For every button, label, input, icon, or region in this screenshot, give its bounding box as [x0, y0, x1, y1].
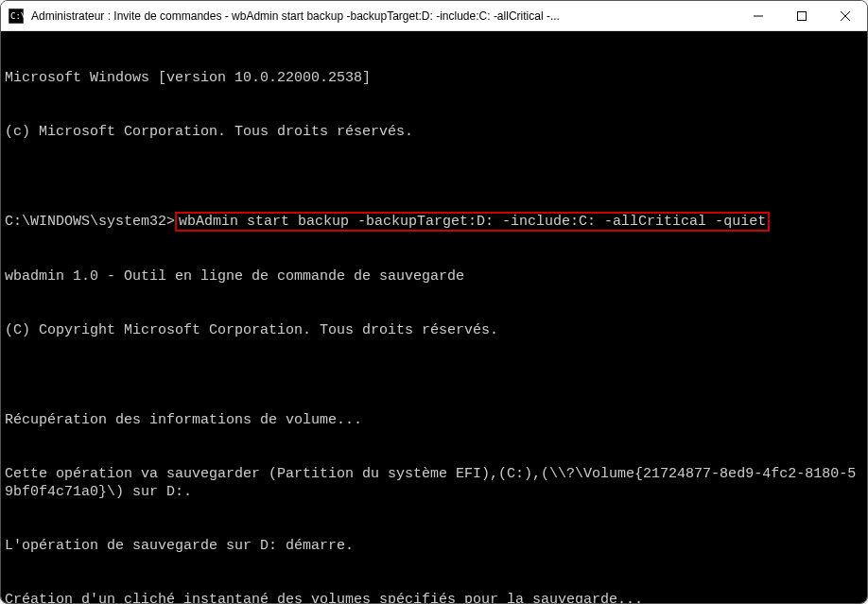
window-title: Administrateur : Invite de commandes - w… — [31, 9, 737, 23]
svg-text:C:\: C:\ — [10, 11, 24, 21]
maximize-button[interactable] — [780, 1, 824, 30]
terminal-line: (c) Microsoft Corporation. Tous droits r… — [5, 123, 863, 141]
close-button[interactable] — [824, 1, 867, 30]
command-prompt-window: C:\ Administrateur : Invite de commandes… — [0, 0, 868, 604]
terminal-line: Microsoft Windows [version 10.0.22000.25… — [5, 69, 863, 87]
terminal-output[interactable]: Microsoft Windows [version 10.0.22000.25… — [1, 31, 867, 603]
minimize-button[interactable] — [737, 1, 780, 30]
titlebar[interactable]: C:\ Administrateur : Invite de commandes… — [1, 1, 867, 31]
svg-rect-3 — [798, 11, 807, 20]
terminal-line: Cette opération va sauvegarder (Partitio… — [5, 465, 863, 501]
terminal-line: L'opération de sauvegarde sur D: démarre… — [5, 537, 863, 555]
highlighted-command: wbAdmin start backup -backupTarget:D: -i… — [175, 212, 770, 232]
cmd-icon: C:\ — [9, 9, 24, 24]
prompt-line: C:\WINDOWS\system32>wbAdmin start backup… — [5, 213, 863, 231]
terminal-line: wbadmin 1.0 - Outil en ligne de commande… — [5, 267, 863, 285]
terminal-line: Création d'un cliché instantané des volu… — [5, 591, 863, 603]
terminal-line: (C) Copyright Microsoft Corporation. Tou… — [5, 321, 863, 339]
window-controls — [737, 1, 867, 30]
terminal-line: Récupération des informations de volume.… — [5, 411, 863, 429]
prompt-path: C:\WINDOWS\system32> — [5, 214, 175, 230]
